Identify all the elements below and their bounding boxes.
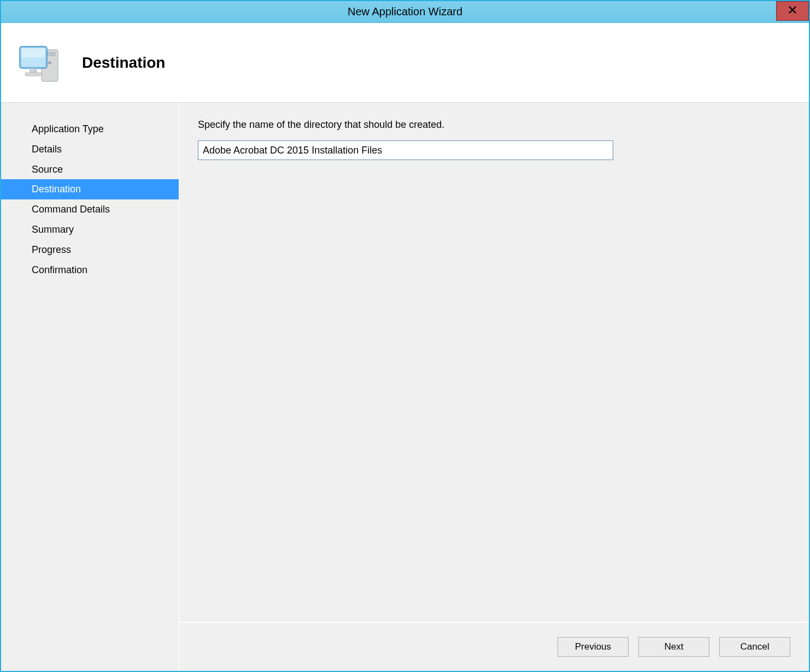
button-row: Previous Next Cancel: [179, 623, 809, 671]
next-button[interactable]: Next: [638, 637, 709, 657]
wizard-steps-sidebar: Application Type Details Source Destinat…: [1, 103, 179, 671]
titlebar: New Application Wizard: [1, 1, 809, 23]
cancel-button[interactable]: Cancel: [719, 637, 790, 657]
content-area: Specify the name of the directory that s…: [179, 103, 809, 623]
step-command-details[interactable]: Command Details: [1, 199, 179, 220]
close-button[interactable]: [776, 1, 809, 21]
instruction-text: Specify the name of the directory that s…: [198, 119, 790, 131]
close-icon: [789, 6, 796, 16]
step-confirmation[interactable]: Confirmation: [1, 260, 179, 280]
svg-point-2: [48, 61, 51, 64]
computer-monitor-icon: [17, 39, 66, 87]
wizard-body: Application Type Details Source Destinat…: [1, 103, 809, 671]
step-progress[interactable]: Progress: [1, 240, 179, 260]
header-banner: Destination: [1, 23, 809, 103]
svg-rect-7: [25, 73, 42, 76]
main-panel: Specify the name of the directory that s…: [179, 103, 809, 671]
directory-name-input[interactable]: [198, 140, 613, 160]
step-source[interactable]: Source: [1, 160, 179, 180]
page-title: Destination: [82, 54, 165, 72]
window-title: New Application Wizard: [348, 5, 462, 18]
step-details[interactable]: Details: [1, 139, 179, 160]
step-summary[interactable]: Summary: [1, 220, 179, 240]
previous-button[interactable]: Previous: [557, 637, 629, 657]
step-application-type[interactable]: Application Type: [1, 119, 179, 139]
wizard-window: New Application Wizard Destination Appli…: [0, 0, 810, 672]
svg-rect-6: [30, 68, 37, 73]
step-destination[interactable]: Destination: [1, 179, 179, 199]
svg-rect-5: [21, 48, 45, 57]
